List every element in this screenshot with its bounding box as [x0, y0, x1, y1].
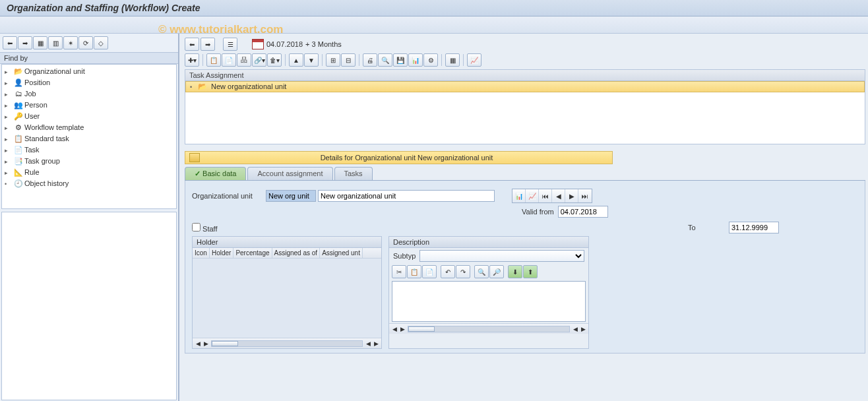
tree-item-object-history[interactable]: •🕘Object history — [2, 178, 176, 189]
delete-icon[interactable]: 🗑▾ — [267, 53, 282, 67]
toolbar-btn-3[interactable]: ✶ — [63, 36, 78, 49]
copy-icon[interactable]: 📋 — [206, 53, 221, 67]
hierarchy-icon[interactable]: 品 — [237, 53, 251, 67]
tree-item-user[interactable]: ▸🔑User — [2, 111, 176, 122]
collapse-icon[interactable]: ⊟ — [341, 53, 356, 67]
toolbar-btn-2[interactable]: ▥ — [48, 36, 63, 49]
goto-icon[interactable]: 📈 — [467, 53, 481, 67]
list-icon[interactable]: ☰ — [223, 38, 237, 51]
redo-icon[interactable]: ↷ — [456, 265, 470, 278]
nav-forward-icon[interactable]: ➡ — [201, 38, 215, 51]
tree-item-job[interactable]: ▸🗂Job — [2, 88, 176, 100]
column-icon[interactable]: ▦ — [445, 53, 460, 67]
nav-back-icon[interactable]: ⬅ — [185, 38, 199, 51]
holder-col-assigned-until[interactable]: Assigned unt — [320, 248, 363, 258]
export-icon[interactable]: ⬆ — [523, 265, 538, 278]
move-down-icon[interactable]: ▼ — [304, 53, 319, 67]
holder-col-icon[interactable]: Icon — [193, 248, 210, 258]
expand-icon[interactable]: ⊞ — [326, 53, 340, 67]
tree-item-rule[interactable]: ▸📐Rule — [2, 167, 176, 178]
arrow-right-icon[interactable]: ➡ — [18, 36, 32, 49]
tab-basic-data[interactable]: Basic data — [185, 167, 246, 180]
org-unit-short-input[interactable] — [266, 190, 316, 202]
record-next-icon[interactable]: ▶ — [565, 189, 578, 202]
tree-item-person[interactable]: ▸👥Person — [2, 100, 176, 111]
record-detail-icon[interactable]: 📊 — [512, 189, 526, 202]
scroll-track[interactable] — [408, 326, 570, 332]
scroll-right-icon[interactable]: ▶ — [398, 326, 406, 332]
undo-icon[interactable]: ↶ — [441, 265, 455, 278]
tree-item-position[interactable]: ▸👤Position — [2, 77, 176, 88]
scroll-track[interactable] — [211, 340, 363, 347]
record-first-icon[interactable]: ⏮ — [539, 189, 552, 202]
user-icon: 🔑 — [14, 111, 23, 121]
holder-col-percentage[interactable]: Percentage — [233, 248, 272, 258]
toolbar-btn-1[interactable]: ▦ — [33, 36, 47, 49]
tree-label: Task group — [24, 157, 60, 165]
scroll-right2-icon[interactable]: ▶ — [372, 340, 380, 347]
calendar-icon[interactable] — [252, 39, 264, 49]
paste-icon[interactable]: 📄 — [222, 53, 236, 67]
valid-from-input[interactable] — [558, 206, 608, 218]
find-icon[interactable]: 🔍 — [378, 53, 392, 67]
tree-item-task-group[interactable]: ▸📑Task group — [2, 156, 176, 167]
detail-icon[interactable]: 📊 — [408, 53, 423, 67]
tab-account-assignment[interactable]: Account assignment — [247, 167, 332, 180]
scroll-left-icon[interactable]: ◀ — [194, 340, 202, 347]
tree-item-org-unit[interactable]: ▸📂Organizational unit — [2, 66, 176, 77]
task-group-icon: 📑 — [14, 156, 23, 166]
cut-icon[interactable]: ✂ — [392, 265, 406, 278]
holder-col-holder[interactable]: Holder — [210, 248, 233, 258]
holder-col-assigned-as-of[interactable]: Assigned as of — [272, 248, 321, 258]
scroll-left2-icon[interactable]: ◀ — [364, 340, 372, 347]
staff-checkbox[interactable] — [192, 223, 201, 231]
to-input[interactable] — [729, 222, 779, 233]
subtyp-select[interactable] — [419, 250, 584, 262]
to-label: To — [688, 224, 725, 231]
valid-from-label: Valid from — [522, 208, 554, 216]
standard-task-icon: 📋 — [14, 134, 23, 144]
link-icon[interactable]: 🔗▾ — [252, 53, 266, 67]
paste-icon[interactable]: 📄 — [422, 265, 437, 278]
toolbar-btn-5[interactable]: ◇ — [94, 36, 108, 49]
tree-item-workflow-template[interactable]: ▸⚙Workflow template — [2, 122, 176, 133]
holder-header: Holder — [193, 237, 381, 248]
task-item-selected[interactable]: • 📂 New organizational unit — [185, 81, 865, 92]
scroll-right2-icon[interactable]: ▶ — [579, 326, 587, 332]
description-textarea[interactable] — [392, 281, 586, 322]
record-prev-icon[interactable]: ◀ — [552, 189, 565, 202]
settings-icon[interactable]: ⚙ — [423, 53, 438, 67]
page-title: Organization and Staffing (Workflow) Cre… — [0, 0, 868, 16]
period-text: + 3 Months — [305, 40, 342, 48]
import-icon[interactable]: ⬇ — [508, 265, 522, 278]
org-unit-long-input[interactable] — [318, 190, 495, 202]
save-icon[interactable]: 💾 — [393, 53, 408, 67]
find-next-icon[interactable]: 🔎 — [489, 265, 504, 278]
print-icon[interactable]: 🖨 — [363, 53, 377, 67]
left-bottom-panel — [1, 212, 177, 400]
create-icon[interactable]: ✚▾ — [185, 53, 199, 67]
move-up-icon[interactable]: ▲ — [289, 53, 303, 67]
record-last-icon[interactable]: ⏭ — [578, 189, 592, 202]
tree-item-task[interactable]: ▸📄Task — [2, 144, 176, 156]
scroll-thumb[interactable] — [212, 341, 238, 346]
arrow-left-icon[interactable]: ⬅ — [3, 36, 17, 49]
folder-icon — [189, 153, 200, 162]
task-item-label: New organizational unit — [211, 82, 286, 90]
scroll-left2-icon[interactable]: ◀ — [571, 326, 579, 332]
find-by-tree: ▸📂Organizational unit ▸👤Position ▸🗂Job ▸… — [1, 64, 177, 209]
scroll-right-icon[interactable]: ▶ — [202, 340, 210, 347]
record-chart-icon[interactable]: 📈 — [526, 189, 539, 202]
toolbar-btn-4[interactable]: ⟳ — [78, 36, 93, 49]
tab-tasks[interactable]: Tasks — [334, 167, 373, 180]
staff-label: Staff — [202, 225, 217, 233]
tree-label: Organizational unit — [24, 67, 85, 75]
person-icon: 👤 — [14, 78, 23, 88]
description-panel: Description Subtyp ✂ 📋 📄 ↶ ↷ — [388, 236, 589, 349]
copy-icon[interactable]: 📋 — [407, 265, 421, 278]
description-scroll: ◀ ▶ ◀ ▶ — [389, 323, 588, 334]
find-icon[interactable]: 🔍 — [474, 265, 489, 278]
tree-item-standard-task[interactable]: ▸📋Standard task — [2, 133, 176, 144]
scroll-thumb[interactable] — [408, 326, 435, 332]
scroll-left-icon[interactable]: ◀ — [390, 326, 398, 332]
